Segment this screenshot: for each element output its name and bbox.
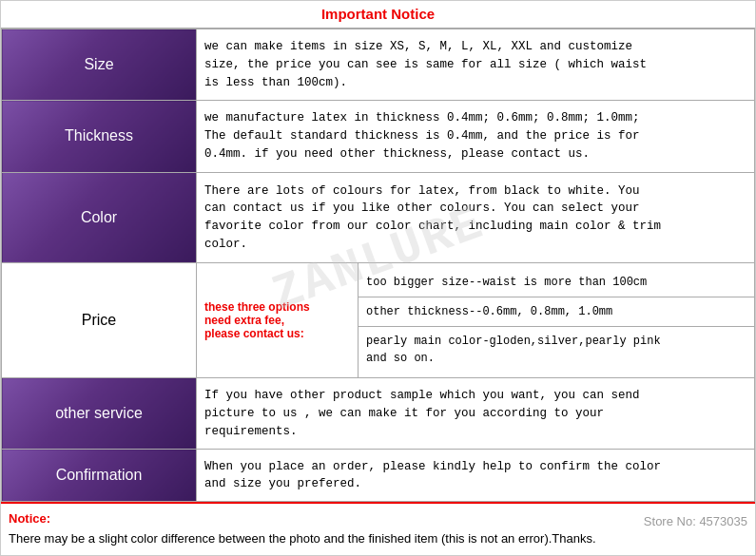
- table-area: ZANLURE Size we can make items in size X…: [1, 29, 755, 502]
- store-number: Store No: 4573035: [644, 512, 747, 532]
- main-container: Important Notice ZANLURE Size we can mak…: [0, 0, 756, 556]
- price-extra-label: these three options need extra fee, plea…: [197, 263, 359, 378]
- info-table: Size we can make items in size XS, S, M,…: [1, 29, 755, 502]
- price-option-3: pearly main color-gloden,silver,pearly p…: [359, 327, 754, 373]
- title-row: Important Notice: [1, 1, 755, 29]
- price-label: Price: [2, 263, 197, 378]
- size-label: Size: [2, 29, 197, 101]
- color-content: There are lots of colours for latex, fro…: [197, 172, 755, 263]
- other-service-row: other service If you have other product …: [2, 378, 755, 450]
- notice-label: Notice:: [9, 511, 50, 526]
- thickness-row: Thickness we manufacture latex in thickn…: [2, 101, 755, 172]
- confirmation-label: Confirmation: [2, 450, 197, 502]
- page-title: Important Notice: [321, 6, 435, 22]
- size-row: Size we can make items in size XS, S, M,…: [2, 29, 755, 101]
- price-option-2: other thickness--0.6mm, 0.8mm, 1.0mm: [359, 297, 754, 327]
- confirmation-row: Confirmation When you place an order, pl…: [2, 450, 755, 502]
- thickness-label: Thickness: [2, 101, 197, 172]
- price-option-1: too bigger size--waist is more than 100c…: [359, 268, 754, 297]
- confirmation-content: When you place an order, please kindly h…: [197, 450, 755, 502]
- color-label: Color: [2, 172, 197, 263]
- notice-bar: Notice: There may be a slight color diff…: [1, 502, 755, 555]
- other-service-content: If you have other product sample which y…: [197, 378, 755, 450]
- other-service-label: other service: [2, 378, 197, 450]
- notice-text: There may be a slight color difference b…: [9, 531, 596, 546]
- color-row: Color There are lots of colours for late…: [2, 172, 755, 263]
- price-options: too bigger size--waist is more than 100c…: [359, 263, 755, 378]
- price-row: Price these three options need extra fee…: [2, 263, 755, 378]
- thickness-content: we manufacture latex in thickness 0.4mm;…: [197, 101, 755, 172]
- size-content: we can make items in size XS, S, M, L, X…: [197, 29, 755, 101]
